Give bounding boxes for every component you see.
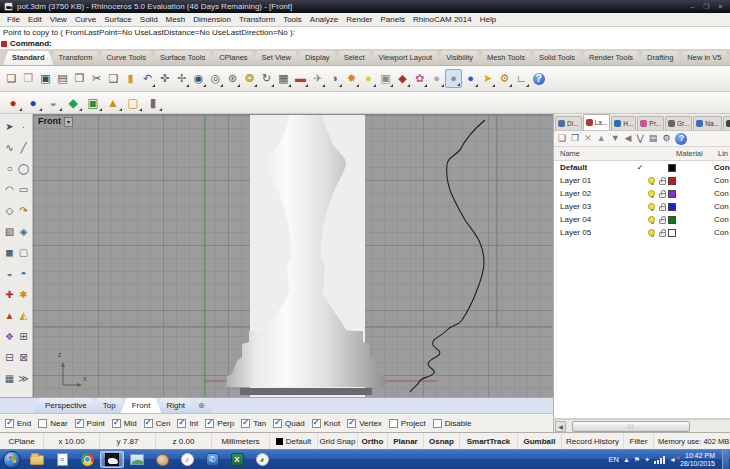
copy-clipboard-icon[interactable]: ❐	[71, 69, 88, 88]
render-preview-icon[interactable]: ✈	[309, 69, 326, 88]
layer-on-bulb-icon[interactable]	[648, 203, 655, 210]
tool-block[interactable]: ▦	[3, 368, 16, 388]
start-button[interactable]	[3, 451, 21, 469]
open-file-icon[interactable]: ❒	[20, 69, 37, 88]
rendered-sphere-icon[interactable]: ●	[462, 69, 479, 88]
osnap-end[interactable]: ✓ End	[5, 419, 31, 428]
menu-transform[interactable]: Transform	[235, 15, 279, 24]
layer-lock-icon[interactable]	[659, 219, 666, 224]
menu-tools[interactable]: Tools	[279, 15, 306, 24]
panel-tab-named-views[interactable]: Na...	[693, 116, 722, 130]
layer-row[interactable]: Layer 01 Con	[554, 174, 730, 187]
scroll-left-icon[interactable]: ◀	[555, 421, 566, 432]
tab-new-in-v5[interactable]: New in V5	[678, 51, 730, 65]
vtab-perspective[interactable]: Perspective	[34, 398, 98, 413]
taskbar-explorer[interactable]	[25, 451, 49, 468]
layer-manager-icon[interactable]: ◆	[394, 69, 411, 88]
viewport-menu-icon[interactable]: ▾	[64, 117, 73, 127]
osnap-checkbox[interactable]: ✓	[273, 419, 282, 428]
vtab-top[interactable]: Top	[92, 398, 127, 413]
layer-report-button[interactable]: ▤	[649, 134, 658, 143]
tool-split[interactable]: ◭	[17, 305, 30, 325]
zoom-selected-icon[interactable]: ❂	[241, 69, 258, 88]
layer-settings-button[interactable]: ⚙	[662, 134, 670, 143]
osnap-checkbox[interactable]: ✓	[112, 419, 121, 428]
tool-mesh[interactable]: ◒	[3, 263, 16, 283]
menu-file[interactable]: File	[3, 15, 24, 24]
tool-ellipse[interactable]: ◯	[17, 158, 30, 178]
menu-analyze[interactable]: Analyze	[306, 15, 342, 24]
tab-visibility[interactable]: Visibility	[437, 51, 482, 65]
osnap-disable[interactable]: Disable	[433, 419, 472, 428]
status-units[interactable]: Millimeters	[212, 433, 270, 449]
render-icon[interactable]: ▬	[292, 69, 309, 88]
tab-set-view[interactable]: Set View	[253, 51, 300, 65]
show-desktop-button[interactable]	[722, 450, 729, 469]
shade-icon[interactable]: ◑	[326, 69, 343, 88]
tab-cplanes[interactable]: CPlanes	[210, 51, 256, 65]
status-osnap[interactable]: Osnap	[424, 433, 460, 449]
wireframe-sphere-icon[interactable]: ●	[428, 69, 445, 88]
zoom-extents-icon[interactable]: ⊛	[224, 69, 241, 88]
minimize-button[interactable]: –	[687, 2, 698, 12]
layer-lock-icon[interactable]	[659, 180, 666, 185]
tab-viewport-layout[interactable]: Viewport Layout	[369, 51, 441, 65]
osnap-checkbox[interactable]: ✓	[241, 419, 250, 428]
layer-color-swatch[interactable]	[668, 216, 676, 224]
command-prompt[interactable]: Command:	[0, 38, 730, 50]
vtab-right[interactable]: Right	[155, 398, 196, 413]
layer-lock-icon[interactable]	[659, 193, 666, 198]
layer-on-bulb-icon[interactable]	[648, 190, 655, 197]
layer-filter-button[interactable]: ⋁	[636, 134, 643, 143]
new-file-icon[interactable]: ❏	[3, 69, 20, 88]
layer-color-swatch[interactable]	[668, 203, 676, 211]
tab-standard[interactable]: Standard	[3, 51, 54, 65]
taskbar-itunes[interactable]: ♪	[175, 451, 199, 468]
layer-color-swatch[interactable]	[668, 177, 676, 185]
osnap-near[interactable]: Near	[38, 419, 67, 428]
panel-tab-properties[interactable]: Pr...	[637, 116, 664, 130]
vtab-front[interactable]: Front	[121, 398, 162, 413]
osnap-checkbox[interactable]: ✓	[144, 419, 153, 428]
tab-mesh-tools[interactable]: Mesh Tools	[478, 51, 534, 65]
osnap-knot[interactable]: ✓ Knot	[312, 419, 340, 428]
gears-icon[interactable]: ⚙	[496, 69, 513, 88]
layer-move-up-button[interactable]: ▲	[597, 134, 606, 143]
tool-circle[interactable]: ○	[3, 158, 16, 178]
layer-on-bulb-icon[interactable]	[648, 216, 655, 223]
language-indicator[interactable]: EN	[609, 455, 619, 464]
panel-tab-layers[interactable]: La...	[583, 114, 611, 130]
options-pointer-icon[interactable]: ➤	[479, 69, 496, 88]
move-icon[interactable]: ✢	[173, 69, 190, 88]
status-filter[interactable]: Filter	[624, 433, 654, 449]
shaded-sphere-icon[interactable]: ●	[445, 69, 462, 88]
layer-row[interactable]: Layer 02 Con	[554, 187, 730, 200]
tool-solid[interactable]: ◼	[3, 242, 16, 262]
menu-mesh[interactable]: Mesh	[162, 15, 190, 24]
status-ortho[interactable]: Ortho	[358, 433, 388, 449]
analyze-red-droplet-icon[interactable]: ●	[3, 93, 23, 112]
layer-move-down-button[interactable]: ▼	[611, 134, 620, 143]
panel-tab-help[interactable]: H...	[611, 116, 636, 130]
tool-polyline[interactable]: ╱	[17, 137, 30, 157]
help-icon[interactable]: ?	[530, 69, 547, 88]
tab-surface-tools[interactable]: Surface Tools	[151, 51, 214, 65]
tool-surface-loft[interactable]: ◈	[17, 221, 30, 241]
layer-new-button[interactable]: ❏	[558, 134, 566, 143]
tool-surface[interactable]: ▧	[3, 221, 16, 241]
layer-row[interactable]: Default ✓ Con	[554, 161, 730, 174]
osnap-point[interactable]: ✓ Point	[75, 419, 105, 428]
new-viewport-tab-icon[interactable]: ⊕	[190, 398, 213, 413]
tool-mesh-sphere[interactable]: ◓	[17, 263, 30, 283]
layer-color-swatch[interactable]	[668, 229, 676, 237]
menu-edit[interactable]: Edit	[24, 15, 46, 24]
maximize-button[interactable]: ❐	[701, 2, 712, 12]
osnap-checkbox[interactable]: ✓	[312, 419, 321, 428]
tab-drafting[interactable]: Drafting	[638, 51, 682, 65]
tray-expand-icon[interactable]: ▲	[623, 456, 630, 463]
status-y[interactable]: y 7.87	[100, 433, 156, 449]
status-grid-snap[interactable]: Grid Snap	[318, 433, 358, 449]
tool-array[interactable]: ⊞	[17, 326, 30, 346]
tool-select[interactable]: ➤	[3, 116, 16, 136]
viewport-layout-icon[interactable]: ▦	[275, 69, 292, 88]
